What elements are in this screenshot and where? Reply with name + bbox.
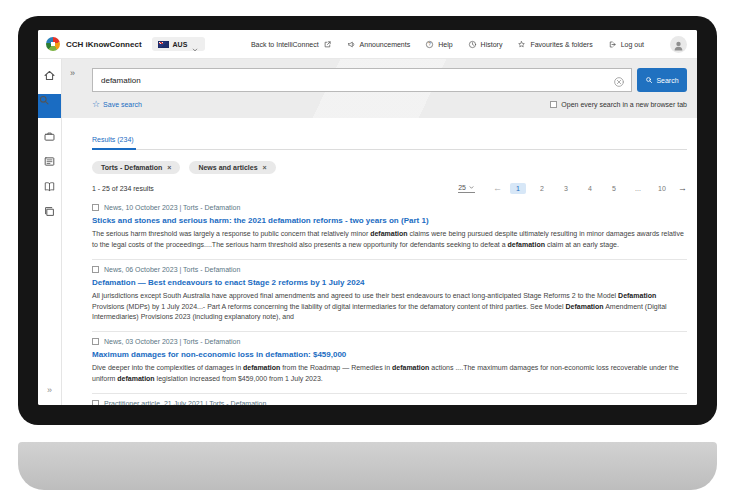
sidebar: » (38, 59, 62, 405)
result-snippet: The serious harm threshold was largely a… (92, 229, 687, 251)
result-meta-row: News, 10 October 2023 | Torts - Defamati… (92, 204, 687, 211)
region-label: AUS (173, 41, 188, 48)
search-row: Search (92, 68, 687, 92)
save-search-link[interactable]: ☆ Save search (92, 100, 142, 109)
results-count: 1 - 25 of 234 results (92, 185, 154, 192)
star-outline-icon: ☆ (92, 100, 100, 109)
result-item: News, 06 October 2023 | Torts - Defamati… (92, 260, 687, 333)
nav-label: History (481, 41, 503, 48)
page-size-select[interactable]: 25 (458, 184, 475, 193)
logout-icon (608, 40, 617, 49)
search-input[interactable] (93, 70, 613, 92)
result-item: News, 10 October 2023 | Torts - Defamati… (92, 198, 687, 260)
save-search-label: Save search (103, 101, 142, 108)
book-icon (43, 180, 56, 193)
open-new-tab-checkbox[interactable] (550, 101, 557, 108)
documents-icon (43, 205, 56, 218)
search-section: » Search (62, 59, 697, 118)
nav-back-to-intelliconnect[interactable]: Back to IntelliConnect (251, 40, 332, 49)
sidebar-item-book[interactable] (43, 180, 56, 193)
result-meta: News, 03 October 2023 | Torts - Defamati… (104, 338, 240, 345)
filter-chip-label: News and articles (198, 164, 257, 171)
result-meta-row: Practitioner article, 21 July 2021 | Tor… (92, 400, 687, 405)
announcements-icon (347, 40, 356, 49)
nav-label: Back to IntelliConnect (251, 41, 319, 48)
user-avatar[interactable] (670, 36, 687, 53)
search-button[interactable]: Search (637, 68, 687, 92)
region-selector[interactable]: AUS (152, 37, 206, 51)
nav-label: Help (438, 41, 452, 48)
page-size-value: 25 (458, 184, 466, 191)
clear-search-icon[interactable] (613, 74, 625, 86)
result-checkbox[interactable] (92, 204, 99, 211)
result-list: News, 10 October 2023 | Torts - Defamati… (92, 198, 687, 405)
open-new-tab-option[interactable]: Open every search in a new browser tab (550, 101, 687, 108)
page-5[interactable]: 5 (606, 183, 622, 194)
result-checkbox[interactable] (92, 266, 99, 273)
result-meta-row: News, 06 October 2023 | Torts - Defamati… (92, 266, 687, 273)
app-body: » » Search (38, 59, 697, 405)
remove-filter-icon[interactable]: × (263, 164, 267, 171)
sidebar-item-briefcase[interactable] (43, 130, 56, 143)
nav-label: Log out (621, 41, 644, 48)
nav-log-out[interactable]: Log out (608, 40, 644, 49)
history-icon (468, 40, 477, 49)
sidebar-item-home[interactable] (43, 69, 56, 82)
filter-chip[interactable]: News and articles× (189, 161, 275, 174)
magnifier-icon (645, 76, 653, 84)
nav-favourites-folders[interactable]: Favourites & folders (517, 40, 592, 49)
sidebar-item-documents[interactable] (43, 205, 56, 218)
nav-label: Favourites & folders (530, 41, 592, 48)
nav-help[interactable]: ?Help (425, 40, 452, 49)
filter-chip[interactable]: Torts - Defamation× (92, 161, 180, 174)
monitor-frame: CCH iKnowConnect AUS Back to IntelliConn… (18, 16, 717, 425)
remove-filter-icon[interactable]: × (167, 164, 171, 171)
nav-announcements[interactable]: Announcements (347, 40, 411, 49)
page-10[interactable]: 10 (654, 183, 670, 194)
search-input-wrap (92, 68, 632, 92)
external-link-icon (323, 40, 332, 49)
sidebar-item-search[interactable] (38, 94, 61, 118)
result-title[interactable]: Defamation — Best endeavours to enact St… (92, 278, 687, 287)
star-icon (517, 40, 526, 49)
brand-name: CCH iKnowConnect (66, 40, 142, 49)
svg-text:?: ? (428, 42, 431, 47)
page-3[interactable]: 3 (558, 183, 574, 194)
result-title[interactable]: Sticks and stones and serious harm: the … (92, 216, 687, 225)
news-icon (43, 155, 56, 168)
nav-history[interactable]: History (468, 40, 503, 49)
search-subrow: ☆ Save search Open every search in a new… (92, 100, 687, 109)
search-button-label: Search (656, 77, 678, 84)
briefcase-icon (43, 130, 56, 143)
sidebar-item-news[interactable] (43, 155, 56, 168)
page-ellipsis: ... (630, 183, 646, 194)
result-title[interactable]: Maximum damages for non-economic loss in… (92, 350, 687, 359)
home-icon (43, 69, 56, 82)
page-1[interactable]: 1 (510, 183, 526, 194)
sidebar-collapse-button[interactable]: » (47, 385, 52, 395)
filter-chip-label: Torts - Defamation (101, 164, 162, 171)
app-window: CCH iKnowConnect AUS Back to IntelliConn… (38, 30, 697, 405)
chevron-down-icon (191, 40, 199, 48)
main-content: » Search (62, 59, 697, 405)
top-bar: CCH iKnowConnect AUS Back to IntelliConn… (38, 30, 697, 59)
next-page-arrow[interactable]: → (678, 184, 687, 193)
tab-results[interactable]: Results (234) (92, 136, 136, 150)
result-snippet: Dive deeper into the complexities of dam… (92, 363, 687, 385)
result-snippet: All jurisdictions except South Australia… (92, 291, 687, 324)
result-meta: News, 06 October 2023 | Torts - Defamati… (104, 266, 240, 273)
result-item: Practitioner article, 21 July 2021 | Tor… (92, 394, 687, 405)
result-meta: Practitioner article, 21 July 2021 | Tor… (104, 400, 266, 405)
page-2[interactable]: 2 (534, 183, 550, 194)
aus-flag-icon (158, 41, 169, 48)
result-checkbox[interactable] (92, 400, 99, 405)
result-checkbox[interactable] (92, 338, 99, 345)
help-icon: ? (425, 40, 434, 49)
page-4[interactable]: 4 (582, 183, 598, 194)
search-icon (38, 94, 61, 118)
top-nav: Back to IntelliConnectAnnouncements?Help… (251, 40, 644, 49)
result-item: News, 03 October 2023 | Torts - Defamati… (92, 332, 687, 394)
prev-page-arrow[interactable]: ← (493, 184, 502, 193)
expand-panel-button[interactable]: » (70, 68, 75, 78)
brand-logo-icon (46, 37, 60, 51)
